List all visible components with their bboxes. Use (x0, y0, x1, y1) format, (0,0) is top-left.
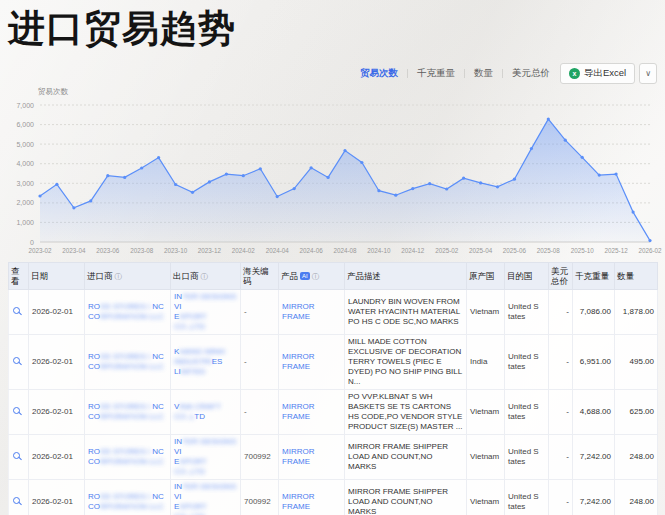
date-cell: 2026-02-01 (29, 335, 85, 390)
origin-country-cell: Vietnam (467, 435, 505, 480)
svg-text:0: 0 (30, 239, 34, 246)
search-icon[interactable] (13, 407, 20, 414)
exporter-cell[interactable]: VINA CRAFT CO.,LTD (171, 390, 241, 435)
svg-text:6,000: 6,000 (16, 121, 34, 128)
company-text: NC (150, 492, 164, 501)
origin-country-cell: Vietnam (467, 290, 505, 335)
product-link[interactable]: MIRROR FRAME (282, 352, 314, 371)
tab-divider (407, 69, 408, 78)
kg-weight-cell: 6,951.00 (573, 335, 615, 390)
kg-weight-cell: 7,086.00 (573, 290, 615, 335)
info-icon[interactable]: ⓘ (312, 272, 320, 281)
svg-text:2023-02: 2023-02 (28, 247, 52, 254)
search-icon[interactable] (13, 307, 20, 314)
product-link[interactable]: MIRROR FRAME (282, 302, 314, 321)
company-text: RO (88, 352, 100, 361)
table-row: 2026-02-01ROSS STORES I NCCORPORATION LL… (9, 435, 658, 480)
search-icon[interactable] (13, 452, 20, 459)
date-cell: 2026-02-01 (29, 480, 85, 515)
company-text: CO (88, 362, 100, 371)
importer-cell[interactable]: ROSS STORES I NCCORPORATION LLC (85, 390, 171, 435)
redacted-text: TER DESIGNS (182, 482, 236, 491)
company-text: NC (150, 447, 164, 456)
view-cell (9, 480, 29, 515)
description-cell: MILL MADE COTTON EXCLUSIVE OF DECORATION… (345, 335, 467, 390)
product-cell: MIRROR FRAME (279, 335, 345, 390)
usd-total-cell: - (549, 435, 573, 480)
redacted-text: SS STORES I (100, 352, 150, 361)
ai-badge: AI (300, 272, 310, 280)
metric-tab-2[interactable]: 千克重量 (417, 67, 455, 80)
usd-total-cell: - (549, 480, 573, 515)
product-link[interactable]: MIRROR FRAME (282, 447, 314, 466)
page-title: 进口贸易趋势 (8, 8, 236, 51)
svg-text:2024-08: 2024-08 (333, 247, 357, 254)
view-cell (9, 290, 29, 335)
usd-total-cell: - (549, 335, 573, 390)
destination-country-cell: United S tates (505, 335, 549, 390)
svg-text:2024-12: 2024-12 (401, 247, 425, 254)
company-text: IN (174, 292, 182, 301)
svg-text:2023-08: 2023-08 (130, 247, 154, 254)
export-dropdown-button[interactable]: ∨ (639, 63, 657, 84)
description-cell: PO VVP.KLBNAT S WH BASKETS SE TS CARTONS… (345, 390, 467, 435)
exporter-cell[interactable]: KHANG MINH INDUSTRIESLIMITED (171, 335, 241, 390)
metric-tab-3[interactable]: 数量 (474, 67, 493, 80)
description-cell: LAUNDRY BIN WOVEN FROM WATER HYACINTH MA… (345, 290, 467, 335)
col-header-6: 产品AIⓘ (279, 263, 345, 290)
svg-text:7,000: 7,000 (16, 102, 34, 109)
company-text: RO (88, 402, 100, 411)
exporter-cell[interactable]: INTER DESIGNS VIEXPORT CO.,LTD (171, 290, 241, 335)
product-link[interactable]: MIRROR FRAME (282, 402, 314, 421)
quantity-cell: 1,878.00 (615, 290, 658, 335)
importer-cell[interactable]: ROSS STORES I NCCORPORATION LLC (85, 435, 171, 480)
table-header-row: 查看日期进口商ⓘ出口商ⓘ海关编码产品AIⓘ产品描述原产国目的国美元总价千克重量数… (9, 263, 658, 290)
svg-text:2025-06: 2025-06 (503, 247, 527, 254)
destination-country-cell: United S tates (505, 480, 549, 515)
search-icon[interactable] (13, 497, 20, 504)
redacted-text: TER DESIGNS (182, 437, 236, 446)
redacted-text: MITED (181, 367, 206, 376)
description-cell: MIRROR FRAME SHIPPER LOAD AND COUNT,NO M… (345, 480, 467, 515)
company-text: IN (174, 482, 182, 491)
info-icon[interactable]: ⓘ (115, 272, 123, 281)
company-text: LI (174, 367, 181, 376)
svg-text:5,000: 5,000 (16, 141, 34, 148)
svg-text:2023-12: 2023-12 (198, 247, 222, 254)
redacted-text: XPORT CO.,LTD (174, 502, 207, 515)
importer-cell[interactable]: ROSS STORES I NCCORPORATION LLC (85, 480, 171, 515)
hs-code-cell: - (241, 390, 279, 435)
company-text: IN (174, 437, 182, 446)
metric-tab-4[interactable]: 美元总价 (512, 67, 550, 80)
company-text: NC (150, 402, 164, 411)
hs-code-cell: - (241, 290, 279, 335)
quantity-cell: 248.00 (615, 480, 658, 515)
usd-total-cell: - (549, 390, 573, 435)
origin-country-cell: Vietnam (467, 390, 505, 435)
importer-cell[interactable]: ROSS STORES I NCCORPORATION LLC (85, 335, 171, 390)
search-icon[interactable] (13, 357, 20, 364)
company-text: CO (88, 412, 100, 421)
redacted-text: RPORATION LLC (100, 457, 164, 466)
company-text: VI (174, 302, 182, 311)
export-excel-button[interactable]: x 导出Excel (560, 63, 635, 84)
col-header-4: 出口商ⓘ (171, 263, 241, 290)
export-excel-label: 导出Excel (584, 67, 626, 80)
svg-text:2025-10: 2025-10 (571, 247, 595, 254)
trade-records-table: 查看日期进口商ⓘ出口商ⓘ海关编码产品AIⓘ产品描述原产国目的国美元总价千克重量数… (8, 262, 658, 515)
svg-text:2025-12: 2025-12 (605, 247, 629, 254)
metric-tab-1[interactable]: 贸易次数 (360, 67, 398, 80)
kg-weight-cell: 4,688.00 (573, 390, 615, 435)
redacted-text: XPORT CO.,LTD (174, 312, 207, 331)
redacted-text: TER DESIGNS (182, 292, 236, 301)
exporter-cell[interactable]: INTER DESIGNS VIEXPORT CO.,LTD (171, 480, 241, 515)
redacted-text: SS STORES I (100, 302, 150, 311)
import-trade-trend-page: 进口贸易趋势 贸易次数千克重量数量美元总价 x 导出Excel ∨ 贸易次数 0… (0, 0, 665, 515)
svg-text:3,000: 3,000 (16, 180, 34, 187)
exporter-cell[interactable]: INTER DESIGNS VIEXPORT CO.,LTD (171, 435, 241, 480)
redacted-text: RPORATION LLC (100, 502, 164, 511)
product-link[interactable]: MIRROR FRAME (282, 492, 314, 511)
usd-total-cell: - (549, 290, 573, 335)
info-icon[interactable]: ⓘ (201, 272, 209, 281)
importer-cell[interactable]: ROSS STORES I NCCORPORATION LLC (85, 290, 171, 335)
